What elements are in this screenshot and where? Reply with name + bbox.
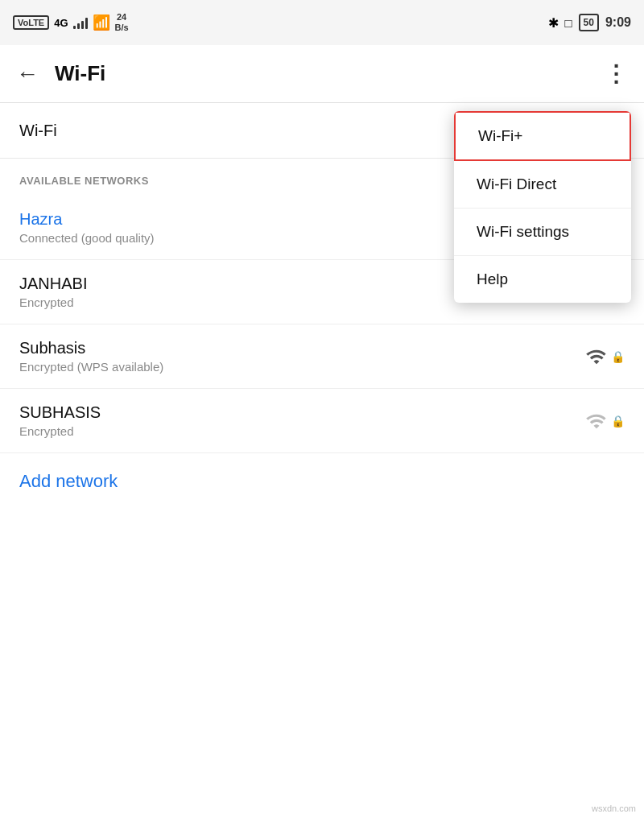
screen-rotation-icon: □ [565,16,572,30]
data-speed: 24 B/s [115,12,129,33]
network-info-subhasis-upper: SUBHASIS Encrypted [19,403,585,438]
status-bar: VoLTE 4G 📶 24 B/s ✱ □ 50 9:09 [0,0,644,45]
bluetooth-icon: ✱ [548,15,559,31]
status-time: 9:09 [605,15,631,30]
network-status-subhasis-upper: Encrypted [19,424,585,438]
main-content: Wi-Fi AVAILABLE NETWORKS Hazra Connected… [0,103,644,510]
menu-item-wifisettings[interactable]: Wi-Fi settings [454,209,631,256]
lock-icon-subhasis: 🔒 [611,350,625,363]
wifi-lock-subhasis-upper: 🔒 [585,410,625,432]
lock-icon-subhasis-upper: 🔒 [611,415,625,428]
app-bar: ← Wi-Fi ⋮ [0,45,644,103]
page-title: Wi-Fi [55,61,605,86]
watermark: wsxdn.com [592,804,636,813]
add-network-button[interactable]: Add network [0,453,644,510]
bar2 [77,23,80,29]
bar3 [81,21,84,29]
network-info-subhasis: Subhasis Encrypted (WPS available) [19,339,585,374]
signal-4g: 4G [54,17,68,29]
menu-item-help[interactable]: Help [454,256,631,303]
add-network-label: Add network [19,471,118,491]
network-item-subhasis[interactable]: Subhasis Encrypted (WPS available) 🔒 [0,324,644,389]
signal-bars [73,16,88,29]
bar4 [85,18,88,29]
wifi-toggle-label: Wi-Fi [19,122,57,140]
wifi-status-icon: 📶 [93,14,110,31]
network-status-subhasis: Encrypted (WPS available) [19,360,585,374]
wifi-icon-subhasis [585,345,608,368]
bar1 [73,26,76,29]
wifi-icon-subhasis-upper [585,410,608,432]
volte-badge: VoLTE [13,15,49,30]
battery-indicator: 50 [579,14,599,31]
wifi-lock-subhasis: 🔒 [585,345,625,368]
menu-item-wifiplus[interactable]: Wi-Fi+ [454,111,631,161]
back-button[interactable]: ← [16,61,39,87]
status-left: VoLTE 4G 📶 24 B/s [13,12,129,33]
section-header-text: AVAILABLE NETWORKS [19,175,149,187]
status-right: ✱ □ 50 9:09 [548,14,631,31]
dropdown-menu: Wi-Fi+ Wi-Fi Direct Wi-Fi settings Help [454,111,631,303]
network-name-subhasis: Subhasis [19,339,585,357]
menu-item-wifidirect[interactable]: Wi-Fi Direct [454,161,631,209]
network-name-subhasis-upper: SUBHASIS [19,403,585,422]
network-item-subhasis-upper[interactable]: SUBHASIS Encrypted 🔒 [0,389,644,453]
more-options-button[interactable]: ⋮ [605,60,628,87]
